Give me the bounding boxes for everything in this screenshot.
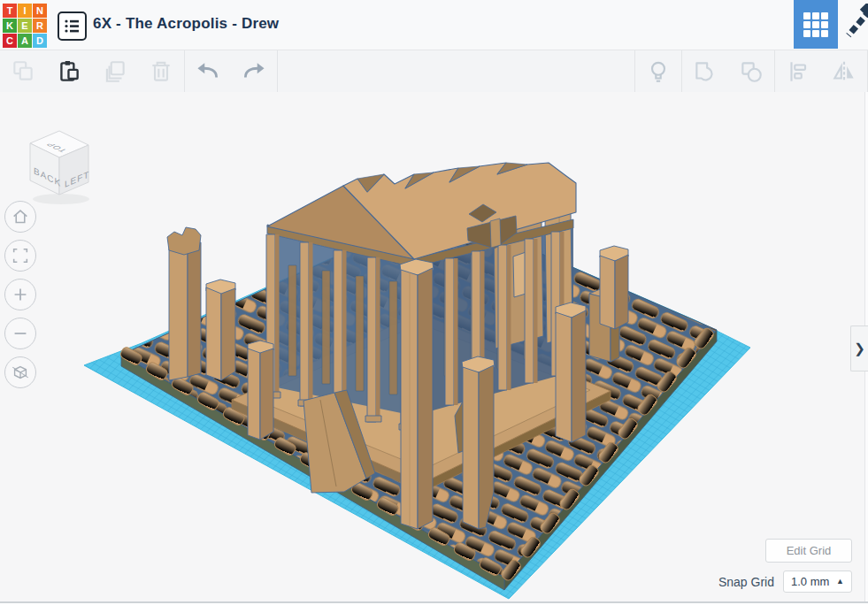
redo-button[interactable]: [231, 57, 277, 87]
logo-letter: A: [18, 34, 32, 48]
ungroup-icon: [738, 58, 764, 85]
panel-collapse-tab[interactable]: ❯: [850, 325, 868, 371]
snap-grid-label: Snap Grid: [718, 575, 774, 589]
group-tools: [682, 50, 774, 92]
top-bar: T I N K E R C A D 6X - The Acropolis - D…: [0, 0, 868, 50]
ungroup-button[interactable]: [728, 57, 774, 87]
undo-button[interactable]: [185, 57, 231, 87]
3d-viewport[interactable]: TOP BACK LEFT: [0, 92, 868, 603]
snap-grid-value: 1.0 mm: [791, 575, 829, 588]
clipboard-group: [0, 50, 184, 92]
properties-list-button[interactable]: [58, 11, 87, 41]
acropolis-model[interactable]: [119, 163, 717, 590]
logo-letter: T: [3, 4, 17, 18]
snap-grid-controls: Snap Grid 1.0 mm ▲: [718, 571, 852, 593]
zoom-in-button[interactable]: [4, 279, 36, 310]
logo-letter: E: [18, 19, 32, 33]
chevron-right-icon: ❯: [854, 341, 865, 356]
logo-letter: K: [3, 19, 17, 33]
home-view-button[interactable]: [4, 201, 36, 233]
home-icon: [11, 207, 30, 226]
edit-toolbar: [0, 50, 868, 93]
logo-letter: D: [33, 34, 47, 48]
history-group: [185, 50, 277, 92]
lightbulb-icon: [645, 58, 672, 85]
align-icon: [785, 58, 811, 85]
paste-button[interactable]: [46, 57, 92, 87]
toolbar-divider: [277, 50, 278, 92]
design-title[interactable]: 6X - The Acropolis - Drew: [93, 15, 279, 33]
logo-letter: C: [3, 34, 17, 48]
perspective-cube-icon: [11, 363, 30, 382]
minus-icon: [11, 324, 30, 343]
edit-grid-button[interactable]: Edit Grid: [765, 539, 852, 563]
copy-button[interactable]: [0, 57, 46, 87]
perspective-toggle-button[interactable]: [4, 356, 36, 388]
trash-icon: [148, 58, 174, 85]
cutoff-tool-button[interactable]: [843, 4, 868, 48]
plus-icon: [11, 285, 30, 304]
copy-icon: [10, 58, 36, 85]
scene-render[interactable]: [0, 92, 868, 601]
delete-button[interactable]: [138, 57, 184, 87]
redo-icon: [241, 58, 267, 85]
tinkercad-logo[interactable]: T I N K E R C A D: [3, 4, 48, 49]
view-controls: [4, 201, 36, 395]
mirror-button[interactable]: [821, 57, 867, 87]
snap-grid-dropdown[interactable]: 1.0 mm ▲: [783, 571, 852, 593]
group-button[interactable]: [682, 57, 728, 87]
group-icon: [692, 58, 718, 85]
undo-icon: [195, 58, 221, 85]
grid-icon: [803, 12, 828, 37]
zoom-out-button[interactable]: [4, 318, 36, 349]
show-all-button[interactable]: [635, 57, 681, 87]
paste-icon: [56, 58, 82, 85]
align-button[interactable]: [775, 57, 821, 87]
shapes-panel-toggle-button[interactable]: [794, 0, 838, 49]
list-icon: [64, 18, 81, 34]
view-cube-shadow: [33, 194, 89, 204]
duplicate-button[interactable]: [92, 57, 138, 87]
diagonal-tool-icon: [843, 4, 868, 48]
arrange-tools: [775, 50, 867, 92]
visibility-group: [635, 50, 681, 92]
logo-letter: I: [18, 4, 32, 18]
caret-up-icon: ▲: [836, 578, 844, 586]
fit-view-button[interactable]: [4, 240, 36, 272]
view-cube[interactable]: TOP BACK LEFT: [11, 117, 108, 211]
tinkercad-app: T I N K E R C A D 6X - The Acropolis - D…: [0, 0, 868, 605]
logo-letter: N: [33, 4, 47, 18]
fit-view-icon: [11, 246, 30, 265]
mirror-icon: [831, 58, 857, 85]
duplicate-icon: [102, 58, 128, 85]
logo-letter: R: [33, 19, 47, 33]
